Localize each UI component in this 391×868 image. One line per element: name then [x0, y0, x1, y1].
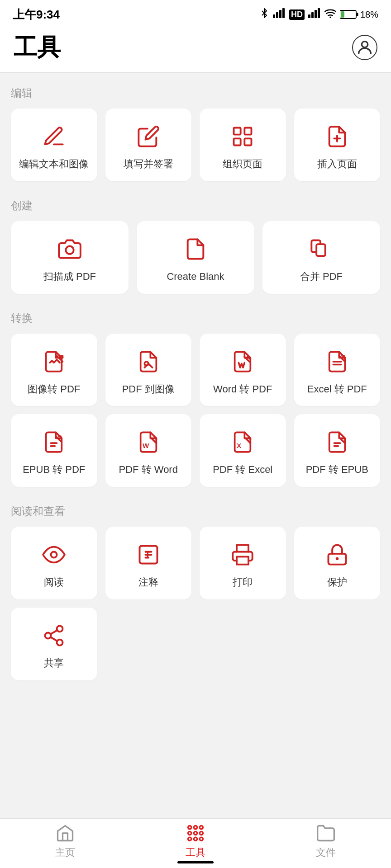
- tool-edit-text-image[interactable]: 编辑文本和图像: [11, 108, 97, 181]
- svg-rect-11: [341, 11, 344, 18]
- nav-active-indicator: [177, 861, 214, 863]
- section-convert: 转换 图像转 PDF: [0, 298, 391, 492]
- tool-insert-page-label: 插入页面: [317, 157, 357, 171]
- tool-fill-sign[interactable]: 填写并签署: [105, 108, 192, 181]
- svg-point-46: [200, 831, 203, 835]
- user-avatar[interactable]: [352, 35, 377, 60]
- svg-point-44: [188, 831, 191, 835]
- create-tools-grid: 扫描成 PDF Create Blank 合: [11, 221, 380, 294]
- pdf-to-epub-icon: [323, 428, 352, 457]
- edit-tools-grid: 编辑文本和图像 填写并签署: [11, 108, 380, 181]
- tool-organize-pages[interactable]: 组织页面: [200, 108, 286, 181]
- tool-image-to-pdf[interactable]: 图像转 PDF: [11, 334, 97, 406]
- svg-point-12: [362, 42, 367, 47]
- bottom-nav: 主页 工具 文件: [0, 818, 391, 868]
- tool-print[interactable]: 打印: [200, 527, 286, 599]
- page-add-icon: [323, 122, 352, 151]
- tool-excel-to-pdf-label: Excel 转 PDF: [307, 382, 367, 396]
- svg-text:X: X: [237, 442, 241, 449]
- bluetooth-icon: [259, 8, 269, 21]
- nav-home[interactable]: 主页: [0, 819, 130, 863]
- tool-epub-to-pdf[interactable]: EPUB 转 PDF: [11, 414, 97, 487]
- tool-create-blank[interactable]: Create Blank: [137, 221, 254, 294]
- main-content: 编辑 编辑文本和图像 填写并签署: [0, 73, 391, 868]
- tool-pdf-to-word[interactable]: W PDF 转 Word: [105, 414, 192, 487]
- tool-annotate[interactable]: T 注释: [105, 527, 192, 599]
- section-read-view: 阅读和查看 阅读: [0, 491, 391, 685]
- svg-line-39: [51, 637, 57, 641]
- tool-fill-sign-label: 填写并签署: [124, 157, 173, 171]
- svg-rect-6: [315, 10, 317, 18]
- battery-icon: 18%: [340, 9, 378, 20]
- svg-rect-3: [282, 8, 285, 18]
- tool-pdf-to-word-label: PDF 转 Word: [119, 463, 178, 477]
- tool-organize-pages-label: 组织页面: [223, 157, 262, 171]
- tool-share-label: 共享: [44, 656, 64, 670]
- tool-protect[interactable]: 保护: [294, 527, 381, 599]
- svg-rect-10: [356, 13, 358, 16]
- svg-text:T: T: [145, 550, 150, 560]
- status-bar: 上午9:34 HD: [0, 0, 391, 27]
- tool-pdf-to-excel[interactable]: X PDF 转 Excel: [200, 414, 286, 487]
- svg-point-27: [51, 552, 57, 558]
- svg-point-47: [188, 837, 191, 840]
- tool-print-label: 打印: [233, 576, 253, 590]
- svg-rect-4: [308, 14, 310, 18]
- tool-share[interactable]: 共享: [11, 608, 97, 680]
- tool-image-to-pdf-label: 图像转 PDF: [28, 382, 80, 396]
- svg-point-35: [336, 557, 339, 561]
- tool-create-blank-label: Create Blank: [167, 270, 224, 284]
- share-icon: [39, 621, 68, 650]
- tool-excel-to-pdf[interactable]: Excel 转 PDF: [294, 334, 381, 406]
- excel-to-pdf-icon: [323, 347, 352, 376]
- svg-rect-2: [279, 10, 281, 18]
- tool-merge-pdf-label: 合并 PDF: [300, 270, 343, 284]
- svg-text:W: W: [143, 442, 149, 449]
- tool-pdf-to-image-label: PDF 到图像: [122, 382, 175, 396]
- tool-pdf-to-epub-label: PDF 转 EPUB: [306, 463, 368, 477]
- section-convert-label: 转换: [11, 311, 380, 326]
- word-to-pdf-icon: [228, 347, 257, 376]
- pdf-to-excel-icon: X: [228, 428, 257, 457]
- tool-pdf-to-image[interactable]: PDF 到图像: [105, 334, 192, 406]
- pdf-to-image-icon: [134, 347, 163, 376]
- svg-rect-21: [316, 244, 325, 256]
- tool-edit-text-image-label: 编辑文本和图像: [19, 157, 89, 171]
- signal-icon-2: [308, 8, 321, 21]
- tool-scan-pdf[interactable]: 扫描成 PDF: [11, 221, 129, 294]
- svg-point-41: [188, 826, 191, 829]
- svg-rect-13: [234, 128, 241, 135]
- pdf-to-word-icon: W: [134, 428, 163, 457]
- section-create-label: 创建: [11, 198, 380, 213]
- pencil-icon: [39, 122, 68, 151]
- svg-rect-1: [276, 12, 278, 18]
- tool-merge-pdf[interactable]: 合并 PDF: [262, 221, 380, 294]
- pen-edit-icon: [134, 122, 163, 151]
- tool-pdf-to-epub[interactable]: PDF 转 EPUB: [294, 414, 381, 487]
- print-icon: [228, 540, 257, 569]
- epub-to-pdf-icon: [39, 428, 68, 457]
- nav-tools[interactable]: 工具: [130, 819, 261, 863]
- read-view-row-1: 阅读 T 注释: [11, 527, 380, 599]
- convert-row-1: 图像转 PDF PDF 到图像: [11, 334, 380, 406]
- tool-read[interactable]: 阅读: [11, 527, 97, 599]
- svg-point-8: [329, 17, 331, 18]
- svg-rect-16: [245, 138, 252, 145]
- wifi-icon: [324, 8, 336, 21]
- svg-point-48: [194, 837, 197, 840]
- tool-insert-page[interactable]: 插入页面: [294, 108, 381, 181]
- svg-point-19: [66, 246, 73, 254]
- section-edit: 编辑 编辑文本和图像 填写并签署: [0, 73, 391, 186]
- app-header: 工具: [0, 27, 391, 72]
- text-box-icon: T: [134, 540, 163, 569]
- status-time: 上午9:34: [13, 7, 60, 23]
- svg-rect-5: [311, 12, 314, 18]
- nav-tools-label: 工具: [186, 846, 205, 859]
- nav-files[interactable]: 文件: [261, 819, 391, 863]
- tool-protect-label: 保护: [327, 576, 347, 590]
- tool-word-to-pdf[interactable]: Word 转 PDF: [200, 334, 286, 406]
- camera-icon: [55, 235, 84, 264]
- svg-rect-0: [273, 14, 275, 18]
- nav-files-label: 文件: [316, 846, 336, 859]
- nav-home-label: 主页: [55, 846, 75, 859]
